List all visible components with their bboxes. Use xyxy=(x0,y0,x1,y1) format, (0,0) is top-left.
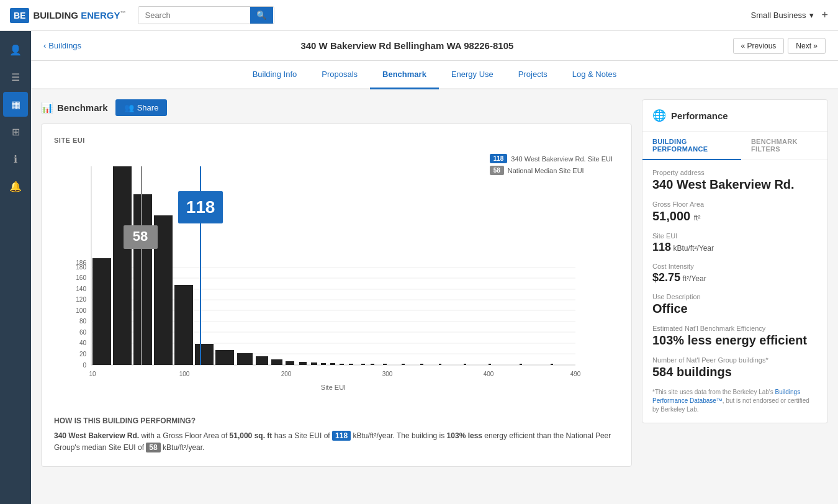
footnote-link[interactable]: Buildings Performance Database™ xyxy=(652,389,800,404)
bar-11 xyxy=(286,361,294,365)
sidebar-item-menu[interactable]: ☰ xyxy=(3,65,28,89)
tab-benchmark-filters[interactable]: BENCHMARK FILTERS xyxy=(741,132,827,160)
chart-container: SITE EUI 118 340 West Bakerview Rd. Site… xyxy=(41,124,632,467)
panel-header: 📊 Benchmark 👥 Share xyxy=(41,99,632,116)
chart-svg: # of Buildings xyxy=(54,154,594,402)
perf-cost-intensity: Cost Intensity $2.75 ft²/Year xyxy=(652,263,818,284)
bar-8 xyxy=(237,353,253,365)
desc-text-3: kBtu/ft²/year. The building is xyxy=(353,431,446,440)
bar-13 xyxy=(311,362,317,365)
sidebar-item-person[interactable]: 👤 xyxy=(3,37,28,62)
bar-10 xyxy=(271,359,282,365)
desc-perf: 103% less xyxy=(447,431,482,440)
share-button[interactable]: 👥 Share xyxy=(115,99,168,116)
svg-text:200: 200 xyxy=(281,371,292,377)
desc-title: HOW IS THIS BUILDING PERFORMING? xyxy=(54,416,619,425)
search-input[interactable] xyxy=(138,7,250,24)
tab-building-info[interactable]: Building Info xyxy=(240,61,310,89)
back-link[interactable]: ‹ Buildings xyxy=(43,41,81,50)
desc-median-value: 58 xyxy=(146,443,160,452)
perf-label-floor-area: Gross Floor Area xyxy=(652,200,818,208)
performance-title: Performance xyxy=(671,110,728,121)
perf-property-address: Property address 340 West Bakerview Rd. xyxy=(652,169,818,192)
bar-17 xyxy=(349,364,353,365)
performance-icon: 🌐 xyxy=(652,109,666,122)
tab-bar: Building Info Proposals Benchmark Energy… xyxy=(31,61,838,89)
chevron-left-icon: ‹ xyxy=(43,41,46,50)
tab-proposals[interactable]: Proposals xyxy=(309,61,370,89)
sidebar-item-info[interactable]: ℹ xyxy=(3,146,28,171)
info-icon: ℹ xyxy=(14,153,17,165)
legend-label-118: 340 West Bakerview Rd. Site EUI xyxy=(511,155,613,163)
perf-value-floor-area: 51,000 ft² xyxy=(652,209,818,223)
bar-12 xyxy=(299,362,307,365)
svg-text:186: 186 xyxy=(76,259,86,266)
bar-23 xyxy=(439,364,441,365)
tab-building-performance[interactable]: BUILDING PERFORMANCE xyxy=(642,132,741,160)
chart-wrapper: 118 340 West Bakerview Rd. Site EUI 58 N… xyxy=(54,154,619,404)
next-button[interactable]: Next » xyxy=(788,38,826,54)
tab-energy-use[interactable]: Energy Use xyxy=(439,61,506,89)
legend-badge-58: 58 xyxy=(490,166,504,175)
bar-18 xyxy=(361,364,365,365)
bar-15 xyxy=(330,363,335,365)
svg-text:60: 60 xyxy=(79,329,87,336)
bar-24 xyxy=(464,364,466,365)
legend-label-58: National Median Site EUI xyxy=(508,167,584,174)
desc-text-5: kBtu/ft²/year. xyxy=(163,443,204,452)
perf-benchmark-efficiency: Estimated Nat'l Benchmark Efficiency 103… xyxy=(652,325,818,348)
person-icon: 👤 xyxy=(9,44,22,56)
left-panel: 📊 Benchmark 👥 Share SITE EUI xyxy=(41,99,632,494)
perf-value-use: Office xyxy=(652,302,818,316)
bar-25 xyxy=(489,364,491,365)
sidebar-item-alert[interactable]: 🔔 xyxy=(3,174,28,199)
svg-text:160: 160 xyxy=(76,274,86,281)
logo-text: BUILDING ENERGY™ xyxy=(33,10,125,20)
share-label: Share xyxy=(137,103,159,112)
main-content: ‹ Buildings 340 W Bakerview Rd Bellingha… xyxy=(31,31,838,504)
bar-14 xyxy=(321,363,326,365)
bar-1 xyxy=(92,258,111,365)
perf-site-eui: Site EUI 118 kBtu/ft²/Year xyxy=(652,232,818,254)
legend-badge-118: 118 xyxy=(490,154,508,163)
prev-button[interactable]: « Previous xyxy=(733,38,785,54)
sidebar-item-dashboard[interactable]: ▦ xyxy=(3,92,28,117)
benchmark-title: 📊 Benchmark xyxy=(41,102,108,114)
legend-item-58: 58 National Median Site EUI xyxy=(490,166,613,175)
share-icon: 👥 xyxy=(124,103,134,112)
add-button[interactable]: + xyxy=(821,9,828,22)
tab-benchmark[interactable]: Benchmark xyxy=(370,61,439,89)
bar-9 xyxy=(256,356,268,365)
performance-header: 🌐 Performance xyxy=(642,100,827,132)
benchmark-icon: 📊 xyxy=(41,102,53,114)
chart-legend: 118 340 West Bakerview Rd. Site EUI 58 N… xyxy=(490,154,613,175)
bar-6 xyxy=(195,344,214,365)
logo: BE BUILDING ENERGY™ xyxy=(10,8,125,23)
svg-text:40: 40 xyxy=(79,340,87,346)
chart-title: SITE EUI xyxy=(54,137,619,144)
logo-abbr: BE xyxy=(10,8,29,23)
chevron-down-icon: ▾ xyxy=(809,11,814,20)
bar-26 xyxy=(520,364,522,365)
user-menu[interactable]: Small Business ▾ xyxy=(751,11,814,20)
svg-text:120: 120 xyxy=(76,296,86,303)
perf-label-cost: Cost Intensity xyxy=(652,263,818,270)
dashboard-icon: ▦ xyxy=(11,99,20,110)
search-button[interactable]: 🔍 xyxy=(250,7,273,24)
perf-floor-area: Gross Floor Area 51,000 ft² xyxy=(652,200,818,223)
svg-text:140: 140 xyxy=(76,286,86,292)
perf-use-desc: Use Description Office xyxy=(652,293,818,316)
performance-body: Property address 340 West Bakerview Rd. … xyxy=(642,160,827,423)
bar-19 xyxy=(371,364,374,365)
bar-21 xyxy=(402,364,405,365)
tab-projects[interactable]: Projects xyxy=(506,61,560,89)
performance-tabs: BUILDING PERFORMANCE BENCHMARK FILTERS xyxy=(642,132,827,160)
alert-icon: 🔔 xyxy=(9,181,22,192)
perf-label-efficiency: Estimated Nat'l Benchmark Efficiency xyxy=(652,325,818,332)
sidebar: 👤 ☰ ▦ ⊞ ℹ 🔔 xyxy=(0,31,31,504)
perf-label-site-eui: Site EUI xyxy=(652,232,818,240)
sidebar-item-org[interactable]: ⊞ xyxy=(3,119,28,144)
svg-text:300: 300 xyxy=(382,371,393,377)
bar-3 xyxy=(133,194,152,365)
tab-log-notes[interactable]: Log & Notes xyxy=(560,61,629,89)
